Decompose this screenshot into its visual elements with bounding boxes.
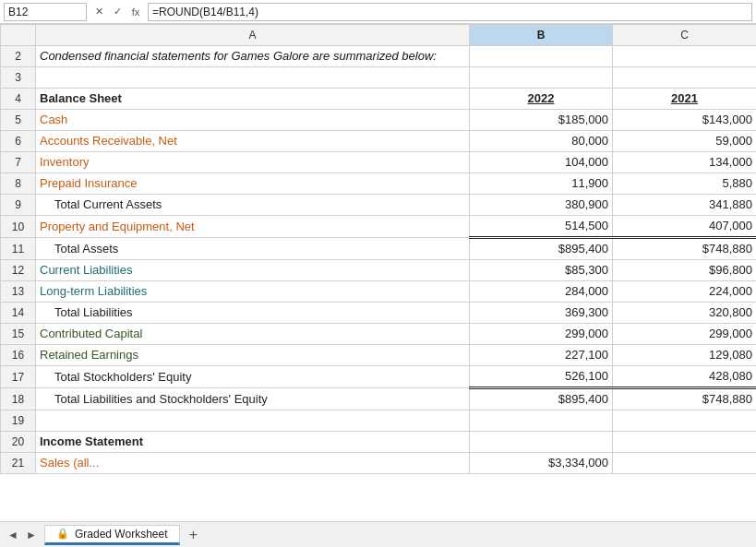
cell-b14[interactable]: 369,300: [470, 303, 613, 324]
cell-a5[interactable]: Cash: [36, 110, 470, 131]
cell-a4[interactable]: Balance Sheet: [36, 89, 470, 110]
cell-c10[interactable]: 407,000: [613, 216, 757, 238]
cell-a2[interactable]: Condensed financial statements for Games…: [36, 46, 470, 67]
cell-b21[interactable]: $3,334,000: [470, 453, 613, 474]
table-row: 2 Condensed financial statements for Gam…: [1, 46, 757, 67]
table-row: 14 Total Liabilities 369,300 320,800: [1, 303, 757, 324]
row-num: 18: [1, 388, 36, 410]
formula-fx-btn[interactable]: fx: [127, 4, 144, 20]
row-num: 12: [1, 260, 36, 281]
cell-c4[interactable]: 2021: [613, 89, 757, 110]
cell-b2[interactable]: [470, 46, 613, 67]
cell-c6[interactable]: 59,000: [613, 131, 757, 152]
table-row: 19: [1, 410, 757, 432]
table-row: 17 Total Stockholders' Equity 526,100 42…: [1, 366, 757, 388]
cell-b10[interactable]: 514,500: [470, 216, 613, 238]
cell-a15[interactable]: Contributed Capital: [36, 324, 470, 345]
sheet-tab[interactable]: 🔒 Graded Worksheet: [44, 525, 180, 545]
cell-a21[interactable]: Sales (all...: [36, 453, 470, 474]
cell-b3[interactable]: [470, 67, 613, 89]
cell-c16[interactable]: 129,080: [613, 345, 757, 366]
spreadsheet: A B C 2 Condensed financial statements f…: [0, 24, 756, 521]
col-c-header[interactable]: C: [613, 25, 757, 46]
cell-b9[interactable]: 380,900: [470, 195, 613, 216]
cell-b11[interactable]: $895,400: [470, 238, 613, 260]
table-row: 12 Current Liabilities $85,300 $96,800: [1, 260, 757, 281]
cell-c13[interactable]: 224,000: [613, 281, 757, 303]
cell-b18[interactable]: $895,400: [470, 388, 613, 410]
cell-a16[interactable]: Retained Earnings: [36, 345, 470, 366]
cell-a9[interactable]: Total Current Assets: [36, 195, 470, 216]
col-a-header[interactable]: A: [36, 25, 470, 46]
formula-confirm-btn[interactable]: ✓: [109, 4, 126, 20]
cell-a8[interactable]: Prepaid Insurance: [36, 173, 470, 195]
cell-c14[interactable]: 320,800: [613, 303, 757, 324]
cell-c19[interactable]: [613, 410, 757, 432]
cell-b8[interactable]: 11,900: [470, 173, 613, 195]
cell-b7[interactable]: 104,000: [470, 152, 613, 173]
cell-a3[interactable]: [36, 67, 470, 89]
cell-b19[interactable]: [470, 410, 613, 432]
table-row: 9 Total Current Assets 380,900 341,880: [1, 195, 757, 216]
table-row: 20 Income Statement: [1, 432, 757, 453]
cell-a6[interactable]: Accounts Receivable, Net: [36, 131, 470, 152]
cell-a17[interactable]: Total Stockholders' Equity: [36, 366, 470, 388]
row-num: 2: [1, 46, 36, 67]
cell-b15[interactable]: 299,000: [470, 324, 613, 345]
cell-c21[interactable]: [613, 453, 757, 474]
cell-a14[interactable]: Total Liabilities: [36, 303, 470, 324]
cell-a20[interactable]: Income Statement: [36, 432, 470, 453]
cell-c2[interactable]: [613, 46, 757, 67]
formula-cancel-btn[interactable]: ✕: [90, 4, 107, 20]
cell-a18[interactable]: Total Liabilities and Stockholders' Equi…: [36, 388, 470, 410]
tab-nav-right[interactable]: ►: [22, 526, 41, 544]
add-sheet-button[interactable]: +: [184, 525, 204, 545]
row-num: 13: [1, 281, 36, 303]
tab-nav-left[interactable]: ◄: [4, 526, 22, 544]
cell-c12[interactable]: $96,800: [613, 260, 757, 281]
row-num: 17: [1, 366, 36, 388]
corner-cell: [1, 25, 36, 46]
cell-a10[interactable]: Property and Equipment, Net: [36, 216, 470, 238]
formula-input[interactable]: [148, 3, 752, 21]
row-num: 20: [1, 432, 36, 453]
cell-c5[interactable]: $143,000: [613, 110, 757, 131]
row-num: 16: [1, 345, 36, 366]
main-table: A B C 2 Condensed financial statements f…: [0, 24, 756, 474]
cell-c8[interactable]: 5,880: [613, 173, 757, 195]
cell-ref-box[interactable]: [4, 3, 87, 21]
col-b-header[interactable]: B: [470, 25, 613, 46]
row-num: 7: [1, 152, 36, 173]
tab-bar: ◄ ► 🔒 Graded Worksheet +: [0, 521, 756, 547]
cell-c15[interactable]: 299,000: [613, 324, 757, 345]
cell-b16[interactable]: 227,100: [470, 345, 613, 366]
row-num: 5: [1, 110, 36, 131]
cell-b20[interactable]: [470, 432, 613, 453]
cell-a11[interactable]: Total Assets: [36, 238, 470, 260]
table-row: 11 Total Assets $895,400 $748,880: [1, 238, 757, 260]
cell-a12[interactable]: Current Liabilities: [36, 260, 470, 281]
row-num: 6: [1, 131, 36, 152]
formula-bar: ✕ ✓ fx: [0, 0, 756, 24]
cell-c17[interactable]: 428,080: [613, 366, 757, 388]
cell-a7[interactable]: Inventory: [36, 152, 470, 173]
cell-b12[interactable]: $85,300: [470, 260, 613, 281]
cell-c20[interactable]: [613, 432, 757, 453]
table-row: 5 Cash $185,000 $143,000: [1, 110, 757, 131]
cell-c7[interactable]: 134,000: [613, 152, 757, 173]
cell-b5[interactable]: $185,000: [470, 110, 613, 131]
cell-c11[interactable]: $748,880: [613, 238, 757, 260]
cell-a13[interactable]: Long-term Liabilities: [36, 281, 470, 303]
cell-b13[interactable]: 284,000: [470, 281, 613, 303]
cell-c18[interactable]: $748,880: [613, 388, 757, 410]
row-num: 4: [1, 89, 36, 110]
cell-c3[interactable]: [613, 67, 757, 89]
cell-a19[interactable]: [36, 410, 470, 432]
cell-b6[interactable]: 80,000: [470, 131, 613, 152]
row-num: 3: [1, 67, 36, 89]
lock-icon: 🔒: [56, 528, 69, 540]
cell-b17[interactable]: 526,100: [470, 366, 613, 388]
table-row: 13 Long-term Liabilities 284,000 224,000: [1, 281, 757, 303]
cell-b4[interactable]: 2022: [470, 89, 613, 110]
cell-c9[interactable]: 341,880: [613, 195, 757, 216]
